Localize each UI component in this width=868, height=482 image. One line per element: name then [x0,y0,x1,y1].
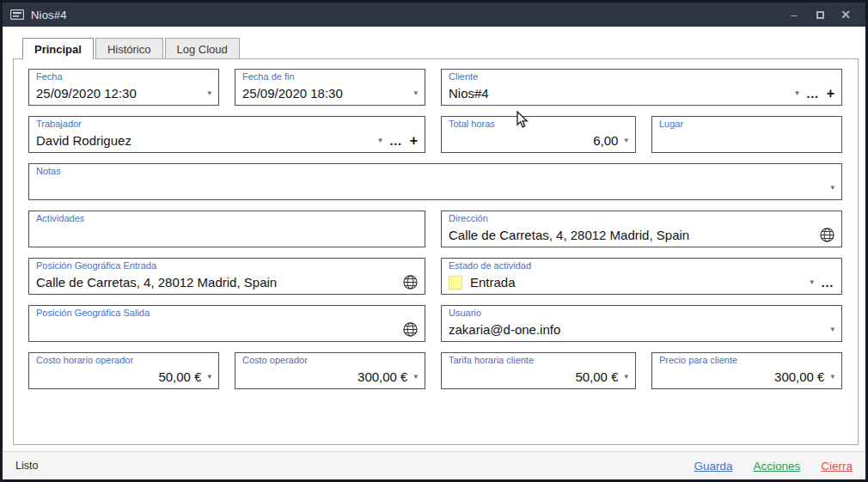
chevron-down-icon[interactable]: ▾ [413,89,418,97]
field-label: Trabajador [36,119,418,130]
status-text: Listo [15,460,38,472]
field-precio-para-cliente[interactable]: Precio para cliente 300,00 € ▾ [651,352,842,389]
chevron-down-icon[interactable]: ▾ [830,373,834,381]
field-value[interactable]: 300,00 € [774,369,824,384]
title-bar: Nios#4 – ✕ [3,3,865,27]
chevron-down-icon[interactable]: ▾ [413,373,418,381]
field-actividades[interactable]: Actividades [28,210,425,247]
tab-historico[interactable]: Histórico [95,38,163,58]
field-label: Costo horario operador [36,355,211,366]
field-label: Fecha de fin [242,71,418,82]
window-icon [10,9,24,20]
ellipsis-icon[interactable]: … [806,90,820,97]
tab-principal[interactable]: Principal [22,38,94,59]
field-value[interactable]: 50,00 € [575,369,618,384]
field-value[interactable]: 300,00 € [358,369,407,384]
field-label: Dirección [449,213,834,224]
plus-icon[interactable]: + [410,134,418,148]
chevron-down-icon[interactable]: ▾ [624,137,628,144]
field-label: Posición Geográfica Entrada [36,260,418,272]
main-content: Principal Histórico Log Cloud Fecha 25/0… [3,27,865,451]
window-title: Nios#4 [31,9,67,21]
guarda-link[interactable]: Guarda [694,460,732,473]
field-costo-operador[interactable]: Costo operador 300,00 € ▾ [235,352,425,389]
field-fecha-fin[interactable]: Fecha de fin 25/09/2020 18:30 ▾ [235,69,425,106]
field-total-horas[interactable]: Total horas 6,00 ▾ [441,116,636,153]
field-label: Fecha [36,71,211,82]
field-tarifa-horaria-cliente[interactable]: Tarifa horaria cliente 50,00 € ▾ [441,352,636,389]
field-posicion-salida[interactable]: Posición Geográfica Salida [28,305,425,342]
chevron-down-icon[interactable]: ▾ [207,373,211,381]
chevron-down-icon[interactable]: ▾ [810,278,814,286]
minimize-button[interactable]: – [783,5,805,24]
field-estado-actividad[interactable]: Estado de actividad Entrada ▾ … [441,258,842,295]
field-label: Lugar [659,119,834,130]
field-label: Notas [36,166,834,177]
chevron-down-icon[interactable]: ▾ [624,373,628,381]
field-label: Actividades [36,213,418,224]
field-costo-horario-operador[interactable]: Costo horario operador 50,00 € ▾ [28,352,219,389]
tab-panel-principal: Fecha 25/09/2020 12:30 ▾ Fecha de fin 25… [13,58,859,445]
field-notas[interactable]: Notas ▾ [28,163,842,200]
app-window: Nios#4 – ✕ Principal Histórico Log Cloud… [0,0,868,482]
acciones-link[interactable]: Acciones [753,460,800,473]
status-color-swatch [449,276,462,290]
field-value[interactable]: Nios#4 [449,86,788,101]
ellipsis-icon[interactable]: … [389,137,403,144]
field-value[interactable]: 25/09/2020 18:30 [242,86,406,101]
field-value[interactable]: 6,00 [593,133,618,148]
plus-icon[interactable]: + [827,87,834,101]
chevron-down-icon[interactable]: ▾ [207,89,211,97]
tab-log-cloud[interactable]: Log Cloud [165,38,240,58]
field-cliente[interactable]: Cliente Nios#4 ▾ … + [441,69,842,106]
tab-strip: Principal Histórico Log Cloud [22,38,865,58]
field-label: Posición Geográfica Salida [36,308,418,319]
form-grid: Fecha 25/09/2020 12:30 ▾ Fecha de fin 25… [28,69,843,389]
chevron-down-icon[interactable]: ▾ [830,184,834,192]
field-value[interactable]: 50,00 € [158,369,201,384]
field-direccion[interactable]: Dirección Calle de Carretas, 4, 28012 Ma… [441,210,842,247]
field-label: Tarifa horaria cliente [449,355,628,366]
field-posicion-entrada[interactable]: Posición Geográfica Entrada Calle de Car… [28,258,425,295]
chevron-down-icon[interactable]: ▾ [830,326,834,333]
field-trabajador[interactable]: Trabajador David Rodriguez ▾ … + [28,116,425,153]
field-label: Total horas [449,119,628,130]
maximize-icon [816,11,824,19]
field-fecha[interactable]: Fecha 25/09/2020 12:30 ▾ [28,69,219,106]
field-usuario[interactable]: Usuario zakaria@d-one.info ▾ [441,305,842,342]
field-value[interactable]: Calle de Carretas, 4, 28012 Madrid, Spai… [36,275,396,290]
maximize-button[interactable] [809,5,831,24]
field-label: Usuario [449,308,834,319]
globe-icon[interactable] [403,322,418,337]
field-value[interactable]: David Rodriguez [36,133,371,148]
field-label: Costo operador [242,355,418,366]
ellipsis-icon[interactable]: … [821,279,834,286]
chevron-down-icon[interactable]: ▾ [378,137,382,144]
field-lugar[interactable]: Lugar [651,116,842,153]
close-button[interactable]: ✕ [834,5,857,24]
field-label: Precio para cliente [659,355,834,366]
field-label: Estado de actividad [449,260,834,272]
status-bar: Listo Guarda Acciones Cierra [3,451,865,479]
field-value[interactable]: zakaria@d-one.info [449,322,823,337]
globe-icon[interactable] [820,228,834,242]
field-value[interactable]: Entrada [470,275,803,290]
field-value[interactable]: 25/09/2020 12:30 [36,86,200,101]
field-label: Cliente [449,71,834,82]
field-value[interactable]: Calle de Carretas, 4, 28012 Madrid, Spai… [449,228,813,242]
chevron-down-icon[interactable]: ▾ [795,89,799,97]
cierra-link[interactable]: Cierra [821,460,853,473]
globe-icon[interactable] [403,275,418,290]
